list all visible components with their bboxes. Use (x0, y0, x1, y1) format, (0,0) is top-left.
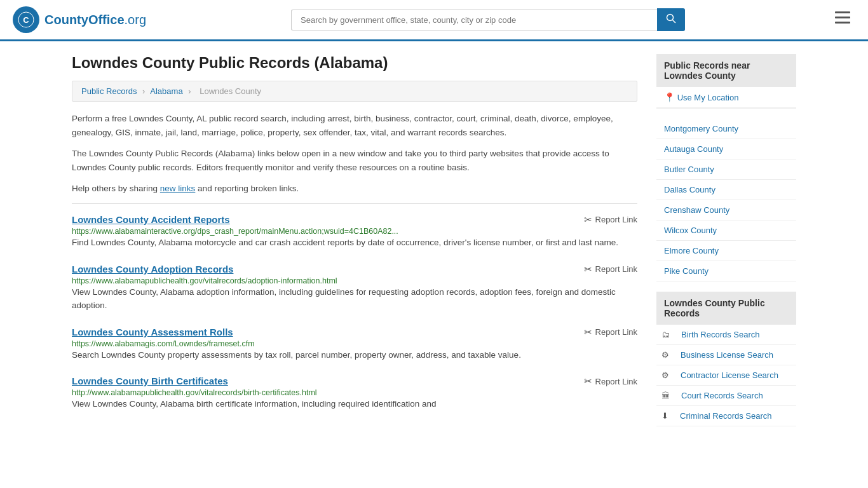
county-link[interactable]: Montgomery County (656, 119, 796, 139)
record-description: View Lowndes County, Alabama adoption in… (72, 285, 637, 313)
search-button[interactable] (657, 8, 685, 31)
report-link[interactable]: ✂ Report Link (584, 327, 637, 338)
breadcrumb-alabama[interactable]: Alabama (150, 86, 182, 96)
record-url[interactable]: https://www.alabamagis.com/Lowndes/frame… (72, 339, 255, 348)
record-type-link[interactable]: Contractor License Search (673, 365, 786, 385)
record-type-link[interactable]: Court Records Search (674, 386, 771, 405)
svg-line-3 (673, 20, 676, 24)
search-area (291, 8, 685, 31)
record-title-row: Lowndes County Adoption Records ✂ Report… (72, 264, 637, 275)
list-item: Montgomery County (656, 119, 796, 139)
county-link[interactable]: Pike County (656, 261, 796, 281)
main-container: Lowndes County Public Records (Alabama) … (53, 41, 815, 439)
record-title-row: Lowndes County Accident Reports ✂ Report… (72, 214, 637, 226)
record-title-row: Lowndes County Assessment Rolls ✂ Report… (72, 327, 637, 338)
record-description: Search Lowndes County property assessmen… (72, 348, 637, 362)
record-entry: Lowndes County Assessment Rolls ✂ Report… (72, 327, 637, 362)
record-description: View Lowndes County, Alabama birth certi… (72, 397, 637, 411)
svg-point-2 (667, 15, 674, 21)
record-type-icon: 🗂 (656, 330, 670, 339)
list-item: ⬇ Criminal Records Search (656, 406, 796, 426)
hamburger-menu-button[interactable] (830, 9, 855, 30)
nearby-counties-container: Montgomery CountyAutauga CountyButler Co… (656, 119, 796, 281)
record-url[interactable]: https://www.alabamainteractive.org/dps_c… (72, 227, 398, 236)
logo-area: C CountyOffice.org (13, 6, 146, 33)
list-item: Butler County (656, 159, 796, 180)
record-entry: Lowndes County Birth Certificates ✂ Repo… (72, 376, 637, 411)
list-item: Wilcox County (656, 220, 796, 241)
report-label: Report Link (595, 264, 637, 274)
records-section-title: Lowndes County Public Records (656, 292, 796, 325)
list-item: 🗂 Birth Records Search (656, 325, 796, 345)
record-type-link[interactable]: Birth Records Search (674, 325, 768, 344)
list-item: ⚙ Contractor License Search (656, 365, 796, 386)
header: C CountyOffice.org (0, 0, 868, 41)
report-link[interactable]: ✂ Report Link (584, 264, 637, 275)
use-my-location-link[interactable]: 📍 Use My Location (656, 87, 796, 108)
use-my-location-item: 📍 Use My Location (656, 87, 796, 109)
report-label: Report Link (595, 215, 637, 224)
record-type-icon: ⚙ (656, 350, 669, 360)
svg-rect-4 (835, 11, 850, 13)
report-icon: ✂ (584, 376, 592, 387)
content-area: Lowndes County Public Records (Alabama) … (72, 54, 637, 426)
report-icon: ✂ (584, 214, 592, 226)
record-type-icon: ⬇ (656, 411, 668, 421)
list-item: Autauga County (656, 139, 796, 159)
record-title-link[interactable]: Lowndes County Adoption Records (72, 264, 233, 274)
sidebar-records-list: 🗂 Birth Records Search ⚙ Business Licens… (656, 325, 796, 426)
record-description: Find Lowndes County, Alabama motorcycle … (72, 236, 637, 250)
list-item: Crenshaw County (656, 200, 796, 220)
county-link[interactable]: Autauga County (656, 139, 796, 159)
search-input[interactable] (291, 10, 657, 30)
record-type-link[interactable]: Business License Search (673, 345, 781, 365)
record-entry: Lowndes County Adoption Records ✂ Report… (72, 264, 637, 313)
record-type-link[interactable]: Criminal Records Search (672, 406, 780, 426)
record-url[interactable]: https://www.alabamapublichealth.gov/vita… (72, 276, 337, 285)
breadcrumb: Public Records › Alabama › Lowndes Count… (72, 81, 637, 102)
list-item: Elmore County (656, 241, 796, 261)
description-3: Help others by sharing new links and rep… (72, 182, 637, 196)
report-link[interactable]: ✂ Report Link (584, 376, 637, 387)
nearby-list: Montgomery CountyAutauga CountyButler Co… (656, 119, 796, 281)
logo-icon: C (13, 6, 39, 33)
nearby-section-title: Public Records near Lowndes County (656, 54, 796, 87)
list-item: Dallas County (656, 180, 796, 200)
county-link[interactable]: Wilcox County (656, 220, 796, 240)
county-link[interactable]: Crenshaw County (656, 200, 796, 220)
description-1: Perform a free Lowndes County, AL public… (72, 112, 637, 139)
svg-rect-6 (835, 22, 850, 24)
record-entry: Lowndes County Accident Reports ✂ Report… (72, 214, 637, 250)
records-container: Lowndes County Accident Reports ✂ Report… (72, 214, 637, 411)
record-type-icon: ⚙ (656, 370, 669, 380)
record-title-link[interactable]: Lowndes County Birth Certificates (72, 376, 228, 386)
report-icon: ✂ (584, 327, 592, 338)
page-title: Lowndes County Public Records (Alabama) (72, 54, 637, 72)
logo-text: CountyOffice.org (44, 13, 146, 27)
record-url[interactable]: http://www.alabamapublichealth.gov/vital… (72, 388, 317, 397)
list-item: 🏛 Court Records Search (656, 386, 796, 406)
new-links-link[interactable]: new links (160, 184, 196, 193)
list-item: ⚙ Business License Search (656, 345, 796, 365)
svg-text:C: C (23, 15, 29, 25)
report-link[interactable]: ✂ Report Link (584, 214, 637, 226)
county-link[interactable]: Elmore County (656, 241, 796, 261)
report-label: Report Link (595, 377, 637, 386)
record-title-row: Lowndes County Birth Certificates ✂ Repo… (72, 376, 637, 387)
breadcrumb-current: Lowndes County (200, 86, 261, 96)
county-link[interactable]: Dallas County (656, 180, 796, 200)
report-icon: ✂ (584, 264, 592, 275)
sidebar: Public Records near Lowndes County 📍 Use… (656, 54, 796, 426)
list-item: Pike County (656, 261, 796, 281)
county-link[interactable]: Butler County (656, 159, 796, 179)
record-type-icon: 🏛 (656, 391, 670, 400)
breadcrumb-public-records[interactable]: Public Records (81, 86, 137, 96)
description-2: The Lowndes County Public Records (Alaba… (72, 147, 637, 174)
record-title-link[interactable]: Lowndes County Assessment Rolls (72, 327, 233, 337)
divider (72, 203, 637, 204)
record-title-link[interactable]: Lowndes County Accident Reports (72, 214, 230, 225)
report-label: Report Link (595, 327, 637, 337)
location-icon: 📍 (664, 92, 675, 102)
nearby-counties-list: 📍 Use My Location (656, 87, 796, 109)
svg-rect-5 (835, 17, 850, 18)
